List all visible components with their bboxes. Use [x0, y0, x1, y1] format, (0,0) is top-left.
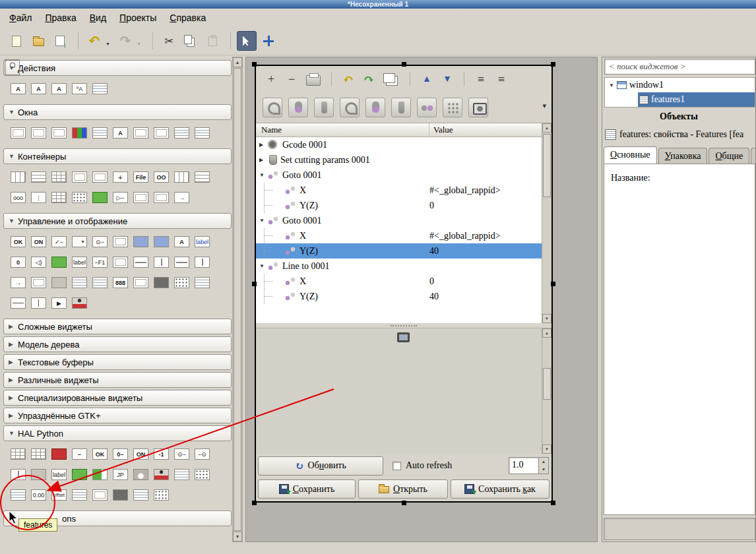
- list-window-icon[interactable]: [92, 127, 108, 138]
- remove-icon[interactable]: −: [286, 73, 298, 86]
- radio-button-icon[interactable]: ⊙−: [92, 236, 108, 247]
- palette-section-header-deprecated-gtk[interactable]: ▶Упразднённые GTK+: [3, 408, 232, 423]
- palette-scrollbar[interactable]: ▲ ▼: [232, 57, 243, 542]
- scroll-down-icon[interactable]: ▼: [233, 532, 242, 541]
- hal-togglebutton-icon[interactable]: ON: [133, 448, 148, 460]
- hscrollbar-icon[interactable]: [174, 257, 189, 268]
- tree-scrollbar[interactable]: ▲ ▼: [542, 123, 551, 323]
- expander-icon[interactable]: ▶: [259, 142, 267, 148]
- cut-icon[interactable]: ✂: [159, 31, 179, 51]
- undo-icon[interactable]: ↶: [342, 71, 354, 87]
- spin-up-icon[interactable]: ▲: [539, 458, 548, 466]
- notebook-green-icon[interactable]: [92, 192, 108, 203]
- hal-jp-icon[interactable]: JP: [113, 469, 128, 480]
- message-dialog-icon[interactable]: [154, 127, 169, 138]
- text-view-icon[interactable]: [72, 277, 87, 288]
- indent-icon[interactable]: ≡: [475, 73, 487, 86]
- tree-view-icon[interactable]: [195, 277, 210, 288]
- hpaned-icon[interactable]: [195, 171, 210, 183]
- refresh-button[interactable]: ↻ Обновить: [258, 456, 383, 476]
- image-icon[interactable]: [133, 236, 148, 247]
- arrow-widget-icon[interactable]: [11, 277, 26, 288]
- alignment-icon[interactable]: [113, 171, 128, 183]
- toggle-button-icon[interactable]: ON: [31, 236, 46, 247]
- copy-icon[interactable]: [181, 31, 201, 51]
- hal-filechooser-icon[interactable]: [5, 59, 20, 75]
- file-chooser-widget-icon[interactable]: File: [133, 171, 148, 183]
- interval-value[interactable]: 1.0: [509, 457, 539, 474]
- palette-section-header-complex-widgets[interactable]: ▶Сложные виджеты: [3, 319, 232, 334]
- hal-image-icon[interactable]: [72, 469, 87, 480]
- move-down-icon[interactable]: ▼: [441, 74, 453, 84]
- resize-handle[interactable]: [551, 62, 555, 67]
- features-widget-icon[interactable]: [11, 489, 26, 501]
- window-titlebar[interactable]: *Несохраненный 1: [0, 0, 756, 9]
- hal-animation-icon[interactable]: [154, 469, 169, 480]
- hal-checkbutton-icon[interactable]: −: [72, 448, 87, 460]
- palette-section-header-text-buffers[interactable]: ▶Текстовые буферы: [3, 354, 232, 370]
- canvas-tree-row[interactable]: X0: [256, 274, 542, 289]
- resize-handle[interactable]: [402, 62, 406, 67]
- statusbar-icon[interactable]: [51, 277, 67, 288]
- open-button[interactable]: Открыть: [358, 479, 448, 499]
- expander-icon[interactable]: ▼: [259, 263, 267, 269]
- resize-handle[interactable]: [551, 282, 555, 286]
- vbutton-box-icon[interactable]: ⋮: [31, 192, 46, 203]
- undo-dropdown-chevron-icon[interactable]: ▾: [104, 34, 111, 54]
- font-button-icon[interactable]: A: [174, 236, 189, 247]
- palette-section-header-special-widgets[interactable]: ▶Специализированные виджеты: [3, 390, 232, 406]
- canvas-tree-row[interactable]: ▼Line to 0001: [256, 259, 542, 274]
- scroll-down-icon[interactable]: ▼: [542, 314, 551, 323]
- selected-widget-frame[interactable]: +−↶↷▲▼≡≡ ▾ Name Value ▶Gcode 0001▶Set cu…: [255, 65, 553, 503]
- scroll-up-icon[interactable]: ▲: [233, 57, 242, 67]
- grid-icon[interactable]: [51, 171, 67, 183]
- action-group-icon[interactable]: [92, 83, 108, 94]
- viewport-icon[interactable]: [154, 192, 169, 203]
- widget-tree-row-window1[interactable]: ▼ window1: [605, 78, 755, 92]
- menu-window-icon[interactable]: [195, 127, 210, 138]
- scrollbar-thumb[interactable]: [543, 134, 551, 197]
- text-view2-icon[interactable]: [92, 277, 108, 288]
- tool-profile-icon[interactable]: [263, 98, 282, 117]
- notebook-icon[interactable]: [72, 171, 87, 183]
- volume-button-icon[interactable]: ◁): [31, 257, 46, 268]
- toolbar-widget-icon[interactable]: [174, 192, 189, 203]
- palette-section-header-actions[interactable]: ▼Действия: [3, 60, 232, 76]
- entry2-icon[interactable]: [113, 257, 128, 268]
- scrollbar-thumb[interactable]: [234, 68, 241, 531]
- hbutton-box-icon[interactable]: ooo: [11, 192, 26, 203]
- hal-gridview-icon[interactable]: [154, 489, 169, 501]
- menu-edit[interactable]: Правка: [38, 9, 82, 27]
- hal-radiobutton-icon[interactable]: ⊙−: [174, 448, 189, 460]
- palette-section-header-containers[interactable]: ▼Контейнеры: [3, 148, 232, 164]
- recent-action-icon[interactable]: ºA: [72, 83, 87, 94]
- widget-tree-row-features1[interactable]: features1: [605, 92, 755, 107]
- media-play-icon[interactable]: ▶: [51, 297, 67, 309]
- hal-iconview-icon[interactable]: [195, 469, 210, 480]
- hal-bar-icon[interactable]: [92, 469, 108, 480]
- tab-general[interactable]: Основные: [604, 146, 657, 164]
- spin-button-icon[interactable]: 0: [11, 257, 26, 268]
- tool-mill-icon[interactable]: [314, 98, 334, 117]
- tool-mill2-icon[interactable]: [391, 98, 411, 117]
- resize-handle[interactable]: [252, 62, 257, 67]
- vscrollbar-icon[interactable]: [195, 257, 210, 268]
- scroll-up-icon[interactable]: ▲: [542, 123, 551, 133]
- menu-projects[interactable]: Проекты: [113, 9, 163, 27]
- dialog-icon[interactable]: [133, 127, 148, 138]
- select-pointer-icon[interactable]: [237, 31, 257, 51]
- progress-bar-icon[interactable]: [133, 277, 148, 288]
- assistant-icon[interactable]: [174, 127, 189, 138]
- hal-statusbar-icon[interactable]: [31, 469, 46, 480]
- menu-help[interactable]: Справка: [163, 9, 212, 27]
- pane-splitter[interactable]: [256, 323, 551, 328]
- tool-ball-icon[interactable]: [288, 98, 308, 117]
- about-dialog-icon[interactable]: A: [113, 127, 128, 138]
- palette-section-header-misc-widgets[interactable]: ▶Различные виджеты: [3, 372, 232, 388]
- paned-icon[interactable]: OO: [154, 171, 169, 183]
- hal-spinbox-icon[interactable]: -1: [154, 448, 169, 460]
- auto-refresh-checkbox[interactable]: [393, 462, 401, 470]
- window-icon[interactable]: [11, 127, 26, 138]
- tab-common[interactable]: Общие: [709, 148, 749, 164]
- spin-down-icon[interactable]: ▼: [539, 466, 548, 474]
